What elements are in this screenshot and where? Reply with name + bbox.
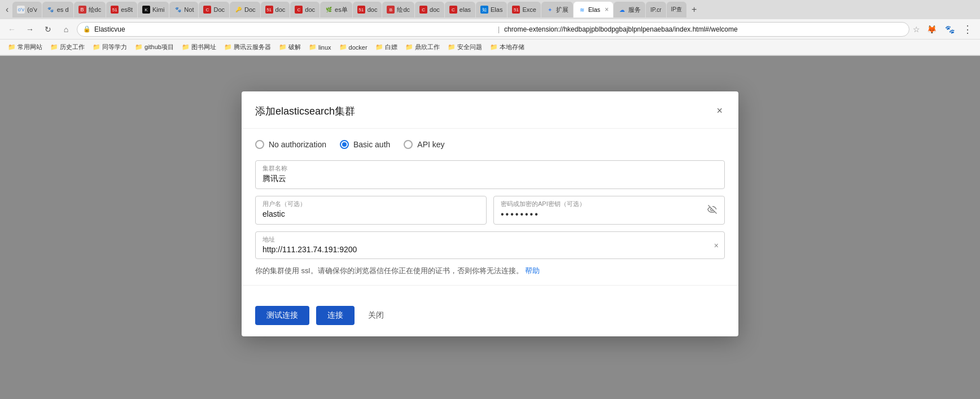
tab-6[interactable]: 🐾 Not	[169, 2, 198, 17]
folder-icon-3: 📁	[93, 43, 100, 51]
more-options-button[interactable]: ⋮	[960, 21, 975, 37]
browser-chrome: ‹ o'v (o'v 🐾 es d B 绘dc 51 es8t K Kimi 🐾…	[0, 0, 980, 56]
radio-basic-auth-input[interactable]	[340, 140, 349, 149]
close-button[interactable]: 关闭	[361, 306, 391, 325]
ssl-notice: 你的集群使用 ssl。请确保你的浏览器信任你正在使用的证书，否则你将无法连接。 …	[255, 266, 725, 276]
password-wrapper: 密码或加密的API密钥（可选） ••••••••	[493, 196, 725, 225]
tab-label-16: Elas	[491, 6, 502, 13]
connect-button[interactable]: 连接	[316, 306, 355, 325]
address-wrapper: 地址 http://111.231.74.191:9200 ×	[255, 231, 725, 259]
tab-18[interactable]: ✦ 扩展	[541, 2, 573, 17]
bookmark-label-2: 历史工作	[60, 43, 85, 51]
tab-label-18: 扩展	[556, 6, 568, 14]
modal-divider	[242, 285, 738, 286]
help-link[interactable]: 帮助	[525, 266, 540, 275]
extension-btn-2[interactable]: 🐾	[942, 21, 957, 37]
radio-api-key[interactable]: API key	[404, 140, 444, 149]
tab-favicon-5: K	[142, 6, 150, 14]
tab-10[interactable]: C doc	[290, 2, 320, 17]
tab-favicon-12: 51	[357, 6, 365, 14]
tab-2[interactable]: 🐾 es d	[42, 2, 73, 17]
folder-icon-9: 📁	[339, 43, 347, 51]
tab-4[interactable]: 51 es8t	[106, 2, 137, 17]
address-url: chrome-extension://hkedbapjpblbodpgbajbl…	[504, 25, 903, 33]
address-value[interactable]: http://111.231.74.191:9200	[262, 245, 718, 254]
tab-19[interactable]: ≋ Elas ×	[574, 2, 613, 17]
address-clear-button[interactable]: ×	[714, 241, 719, 250]
tab-1[interactable]: o'v (o'v	[12, 2, 41, 17]
tab-20[interactable]: ☁ 服务	[614, 2, 645, 17]
bookmark-6[interactable]: 📁 腾讯云服务器	[221, 42, 274, 52]
bookmark-8[interactable]: 📁 linux	[305, 42, 335, 52]
tab-11[interactable]: 🌿 es单	[320, 2, 352, 17]
username-value[interactable]: elastic	[262, 209, 479, 218]
tab-favicon-4: 51	[111, 6, 119, 14]
bookmark-star-icon[interactable]: ☆	[913, 25, 920, 34]
home-button[interactable]: ⌂	[59, 22, 73, 37]
address-bar[interactable]: 🔒 Elasticvue | chrome-extension://hkedba…	[77, 22, 909, 37]
tab-7[interactable]: C Doc	[199, 2, 229, 17]
bookmark-7[interactable]: 📁 破解	[275, 42, 304, 52]
radio-basic-auth[interactable]: Basic auth	[340, 140, 390, 149]
bookmark-9[interactable]: 📁 docker	[336, 42, 371, 52]
bookmark-label-10: 白嫖	[385, 43, 397, 51]
tab-14[interactable]: C doc	[415, 2, 444, 17]
tab-favicon-20: ☁	[618, 6, 626, 14]
new-tab-button[interactable]: +	[687, 2, 701, 17]
cluster-name-value[interactable]: 腾讯云	[262, 174, 718, 184]
tab-17[interactable]: 51 Exce	[508, 2, 540, 17]
bookmark-label-5: 图书网址	[191, 43, 216, 51]
back-button[interactable]: ←	[5, 22, 19, 37]
radio-basic-auth-label: Basic auth	[353, 140, 390, 149]
bookmark-11[interactable]: 📁 鼎欣工作	[402, 42, 443, 52]
tab-8[interactable]: 🔑 Doc	[230, 2, 260, 17]
tab-favicon-14: C	[419, 6, 427, 14]
bookmark-label-3: 同等学力	[102, 43, 127, 51]
bookmark-label-12: 安全问题	[457, 43, 482, 51]
modal-overlay: 添加elasticsearch集群 × No authorization Bas…	[0, 56, 980, 372]
tab-16[interactable]: 知 Elas	[476, 2, 507, 17]
radio-api-key-input[interactable]	[404, 140, 413, 149]
tab-5[interactable]: K Kimi	[138, 2, 169, 17]
password-value[interactable]: ••••••••	[501, 209, 718, 220]
bookmark-label-11: 鼎欣工作	[415, 43, 440, 51]
tab-close-19[interactable]: ×	[605, 6, 609, 14]
modal-footer: 测试连接 连接 关闭	[242, 306, 738, 336]
address-separator: |	[498, 25, 500, 33]
test-connection-button[interactable]: 测试连接	[255, 306, 309, 325]
radio-api-key-label: API key	[417, 140, 444, 149]
tab-9[interactable]: 51 doc	[261, 2, 290, 17]
bookmark-12[interactable]: 📁 安全问题	[444, 42, 485, 52]
main-content: 添加elasticsearch集群 × No authorization Bas…	[0, 56, 980, 372]
extension-btn-1[interactable]: 🦊	[924, 21, 939, 37]
bookmark-5[interactable]: 📁 图书网址	[178, 42, 220, 52]
radio-no-auth-input[interactable]	[255, 140, 264, 149]
bookmark-10[interactable]: 📁 白嫖	[372, 42, 401, 52]
tab-15[interactable]: C elas	[445, 2, 475, 17]
bookmark-2[interactable]: 📁 历史工作	[47, 42, 88, 52]
tab-ip2[interactable]: IP查	[667, 2, 686, 17]
reload-button[interactable]: ↻	[41, 22, 55, 37]
tab-label-1: (o'v	[27, 6, 37, 13]
cluster-name-label: 集群名称	[262, 164, 718, 173]
bookmark-label-9: docker	[349, 44, 368, 51]
modal-close-button[interactable]: ×	[714, 103, 725, 119]
tab-label-6: Not	[184, 6, 194, 13]
bookmark-13[interactable]: 📁 本地存储	[487, 42, 528, 52]
address-prefix: Elasticvue	[94, 25, 493, 33]
radio-no-auth[interactable]: No authorization	[255, 140, 326, 149]
tab-ip[interactable]: IP.cr	[646, 2, 666, 17]
tab-label-14: doc	[430, 6, 440, 13]
tab-12[interactable]: 51 doc	[353, 2, 382, 17]
bookmark-3[interactable]: 📁 同等学力	[89, 42, 130, 52]
toggle-password-button[interactable]	[706, 203, 719, 218]
forward-button[interactable]: →	[23, 22, 37, 37]
tab-label-9: doc	[275, 6, 286, 13]
bookmark-1[interactable]: 📁 常用网站	[5, 42, 46, 52]
tab-3[interactable]: B 绘dc	[74, 2, 106, 17]
tab-13[interactable]: B 绘dc	[382, 2, 414, 17]
add-cluster-modal: 添加elasticsearch集群 × No authorization Bas…	[242, 91, 738, 336]
eye-off-icon	[707, 204, 718, 214]
bookmark-4[interactable]: 📁 github项目	[132, 42, 177, 52]
tab-arrow-left[interactable]: ‹	[2, 2, 12, 17]
